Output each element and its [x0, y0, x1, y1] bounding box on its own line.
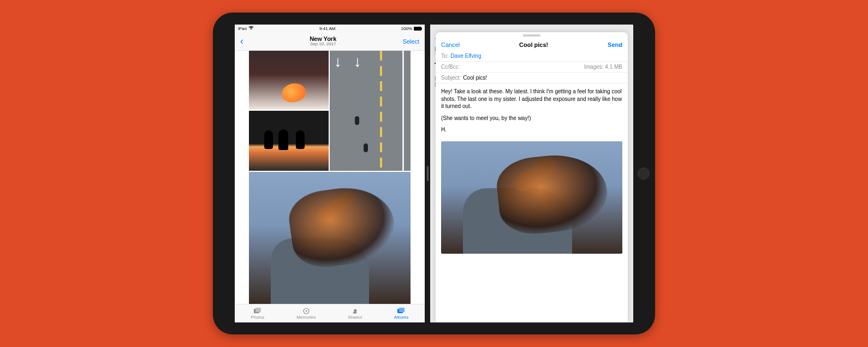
svg-rect-5: [399, 308, 405, 312]
photos-tab-bar: Photos Memories Shared Albums: [235, 304, 425, 322]
status-time: 9:41 AM: [319, 26, 335, 31]
photos-icon: [254, 308, 261, 314]
to-recipient[interactable]: Dave Elfving: [450, 53, 481, 59]
home-button[interactable]: [638, 167, 650, 180]
photo-thumbnail[interactable]: [249, 51, 329, 110]
photo-thumbnail[interactable]: [249, 111, 329, 171]
photo-thumbnail[interactable]: [249, 172, 411, 304]
tab-label: Albums: [394, 315, 409, 320]
compose-body[interactable]: Hey! Take a look at these. My latest. I …: [436, 83, 628, 141]
album-title-block: New York Sep 10, 2017: [310, 35, 336, 47]
compose-title: Cool pics!: [519, 41, 548, 48]
memories-icon: [302, 308, 310, 314]
send-button[interactable]: Send: [608, 41, 622, 48]
sheet-grabber[interactable]: [436, 32, 628, 39]
battery-icon: [414, 27, 421, 31]
split-view-divider[interactable]: [425, 25, 430, 322]
compose-sheet: Cancel Cool pics! Send To: Dave Elfving …: [436, 32, 628, 322]
tab-memories[interactable]: Memories: [296, 308, 316, 320]
cc-bcc-label: Cc/Bcc:: [441, 64, 460, 70]
subject-field[interactable]: Subject: Cool pics!: [436, 73, 628, 83]
cancel-button[interactable]: Cancel: [441, 41, 460, 48]
to-label: To:: [441, 53, 448, 59]
attached-image[interactable]: [441, 141, 622, 254]
mail-app-pane: ‹ ⚑📁🗑↩︎✎ F T T H D Cancel Cool pics! Sen…: [430, 25, 633, 322]
svg-rect-1: [255, 308, 261, 312]
album-date: Sep 10, 2017: [310, 42, 336, 47]
wifi-icon: [248, 26, 254, 31]
tab-label: Shared: [348, 315, 362, 320]
shared-icon: [351, 308, 359, 314]
attachment-size: Images: 4.1 MB: [584, 64, 622, 70]
albums-icon: [397, 308, 405, 314]
subject-label: Subject:: [441, 75, 461, 81]
status-battery-pct: 100%: [401, 26, 412, 31]
image-preview: [441, 141, 622, 254]
select-button[interactable]: Select: [402, 38, 419, 45]
split-handle-icon: [427, 166, 429, 181]
photo-thumbnail[interactable]: ↓ ↓: [330, 51, 411, 171]
tab-albums[interactable]: Albums: [394, 308, 409, 320]
photos-app-pane: iPad 9:41 AM 100% ‹ New York Sep 10, 201…: [235, 25, 425, 322]
tab-label: Photos: [251, 315, 264, 320]
subject-value[interactable]: Cool pics!: [463, 75, 487, 81]
ipad-screen: iPad 9:41 AM 100% ‹ New York Sep 10, 201…: [235, 25, 633, 322]
cc-bcc-field[interactable]: Cc/Bcc: Images: 4.1 MB: [436, 62, 628, 73]
tab-shared[interactable]: Shared: [348, 308, 362, 320]
tab-photos[interactable]: Photos: [251, 308, 264, 320]
status-carrier: iPad: [238, 26, 247, 31]
photo-grid: ↓ ↓: [235, 51, 425, 304]
body-paragraph: (She wants to meet you, by the way!): [441, 115, 622, 122]
ipad-device-frame: iPad 9:41 AM 100% ‹ New York Sep 10, 201…: [213, 13, 655, 334]
status-bar: iPad 9:41 AM 100%: [235, 25, 425, 32]
to-field[interactable]: To: Dave Elfving: [436, 51, 628, 62]
body-paragraph: Hey! Take a look at these. My latest. I …: [441, 88, 622, 110]
back-button[interactable]: ‹: [240, 35, 243, 47]
photos-nav-bar: ‹ New York Sep 10, 2017 Select: [235, 32, 425, 51]
tab-label: Memories: [296, 315, 316, 320]
body-signature: H.: [441, 126, 622, 134]
svg-marker-3: [306, 310, 307, 312]
compose-nav: Cancel Cool pics! Send: [436, 39, 628, 51]
